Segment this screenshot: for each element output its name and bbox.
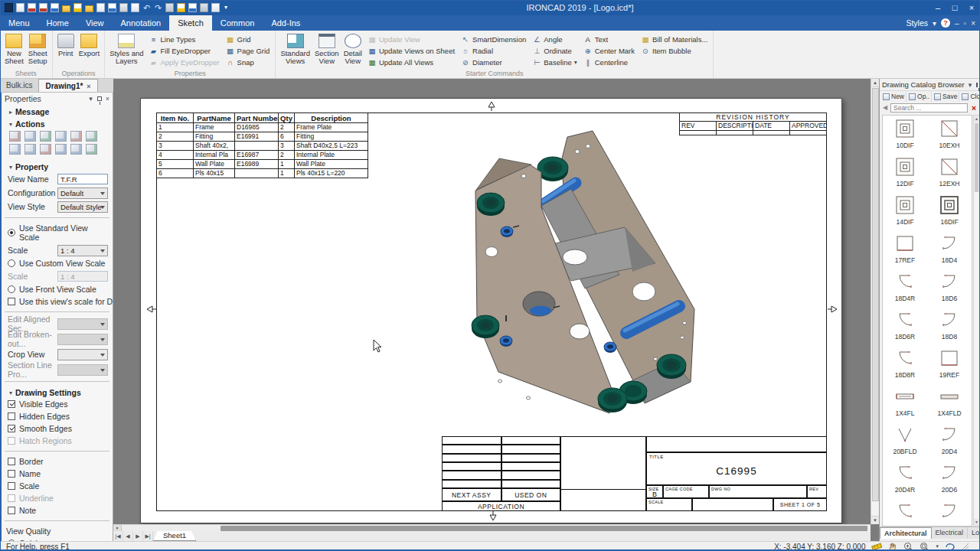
catalog-item-1X4FL[interactable]: 1X4FL <box>883 383 927 422</box>
panel-close-icon[interactable]: × <box>106 95 109 103</box>
close-catalog-button[interactable]: Clo.. <box>960 92 980 102</box>
styles-caret-icon[interactable]: ▾ <box>933 19 936 28</box>
catalog-item-1X4FLD[interactable]: 1X4FLD <box>927 383 972 422</box>
search-clear-icon[interactable]: × <box>969 103 978 112</box>
doc-restore-icon[interactable]: ▫ <box>964 19 967 28</box>
last-sheet-button[interactable]: ▶| <box>143 531 153 541</box>
catalog-item-14DIF[interactable]: 14DIF <box>883 192 927 230</box>
scale-checkbox[interactable] <box>8 482 15 490</box>
catalog-item-20D8[interactable]: 20D8 <box>927 498 972 527</box>
sheet-setup-button[interactable]: SheetSetup <box>26 31 50 65</box>
zoom-options-caret-icon[interactable]: ▾ <box>936 543 939 549</box>
catalog-item-18D6[interactable]: 18D6 <box>927 269 972 307</box>
standard-scale-select[interactable]: 1 : 4 <box>57 245 108 256</box>
open-catalog-button[interactable]: Op.. <box>907 92 932 102</box>
redo-icon[interactable]: ↷ <box>154 3 162 12</box>
view-action-icon-8[interactable] <box>24 144 36 155</box>
catalog-scroll-down-icon[interactable]: ▼ <box>974 519 979 526</box>
drawing-sheet[interactable]: Item No.PartNamePart NumberQtyDescriptio… <box>140 98 842 523</box>
undo-icon[interactable]: ↶ <box>142 3 151 12</box>
hidden-edges-checkbox[interactable] <box>8 412 15 420</box>
fill-eyedropper-button[interactable]: ▰Fill EyeDropper <box>149 45 220 57</box>
measure-icon[interactable] <box>200 3 208 12</box>
section-property[interactable]: ▾ Property <box>2 160 113 172</box>
center-mark-button[interactable]: ⊕Center Mark <box>583 45 635 57</box>
border-checkbox[interactable] <box>8 458 15 465</box>
view-action-icon-3[interactable] <box>40 131 51 142</box>
save-document-icon[interactable] <box>28 3 36 12</box>
view-action-icon-7[interactable] <box>9 144 21 155</box>
angle-button[interactable]: ∠Angle <box>532 34 577 45</box>
catalog-search-input[interactable]: Search ... <box>890 103 968 112</box>
detail-view-button[interactable]: DetailView <box>341 31 364 65</box>
pin-icon[interactable] <box>97 96 102 101</box>
centerline-button[interactable]: ∥Centerline <box>583 57 635 68</box>
save-all-icon[interactable] <box>39 3 47 12</box>
radial-button[interactable]: ○Radial <box>461 45 526 57</box>
catalog-pin-icon[interactable] <box>976 83 978 87</box>
doc-close-icon[interactable]: × <box>971 19 975 28</box>
catalog-item-20D6[interactable]: 20D6 <box>927 460 972 498</box>
view-action-icon-11[interactable] <box>70 144 82 155</box>
prev-sheet-button[interactable]: ◀ <box>123 531 133 541</box>
new-from-template-icon[interactable] <box>62 5 70 12</box>
open-folder-icon[interactable] <box>85 5 93 12</box>
maximize-icon[interactable]: □ <box>946 0 963 15</box>
catalog-item-18D8[interactable]: 18D8 <box>927 307 972 345</box>
scroll-down-icon[interactable]: ▼ <box>871 516 879 524</box>
catalog-item-20BFLD[interactable]: 20BFLD <box>883 422 927 460</box>
styles-menu[interactable]: Styles <box>906 18 928 28</box>
visible-edges-checkbox[interactable] <box>8 400 15 408</box>
view-action-icon-1[interactable] <box>9 131 21 142</box>
front-scale-radio[interactable] <box>8 285 15 293</box>
assembly-3d-view[interactable] <box>455 129 715 439</box>
catalog-item-12DIF[interactable]: 12DIF <box>883 154 927 192</box>
scroll-up-icon[interactable]: ▲ <box>871 79 879 87</box>
section-actions[interactable]: ▾ Actions <box>2 117 113 129</box>
smooth-edges-checkbox[interactable] <box>8 425 15 432</box>
view-action-icon-5[interactable] <box>70 131 82 142</box>
doc-minimize-icon[interactable]: – <box>955 19 959 28</box>
tab-home[interactable]: Home <box>38 15 77 31</box>
section-drawing-settings[interactable]: ▾ Drawing Settings <box>2 386 113 398</box>
smartdimension-button[interactable]: ↖SmartDimension <box>461 34 526 45</box>
copy-icon[interactable] <box>96 3 105 12</box>
tab-menu[interactable]: Menu <box>0 15 38 31</box>
catalog-scroll-thumb[interactable] <box>975 123 978 192</box>
catalog-item-20D6R[interactable]: 20D6R <box>883 498 927 527</box>
close-icon[interactable]: × <box>963 0 980 15</box>
export-document-icon[interactable] <box>74 3 82 12</box>
view-action-icon-10[interactable] <box>55 144 67 155</box>
vertical-scrollbar[interactable]: ▲ ▼ <box>871 79 879 524</box>
app-logo-icon[interactable] <box>5 3 13 12</box>
save-catalog-button[interactable]: Save <box>933 92 959 102</box>
catalog-tab-logic[interactable]: Logic <box>968 527 980 539</box>
standard-scale-radio[interactable] <box>8 229 15 236</box>
baseline-button[interactable]: ⊢Baseline▾ <box>532 57 577 68</box>
update-views-on-sheet-button[interactable]: ▦Update Views on Sheet <box>368 45 455 57</box>
custom-scale-radio[interactable] <box>8 259 15 267</box>
minimize-icon[interactable]: – <box>929 0 946 15</box>
catalog-item-16DIF[interactable]: 16DIF <box>927 192 972 230</box>
section-view-button[interactable]: SectionView <box>312 31 341 65</box>
tab-annotation[interactable]: Annotation <box>113 15 170 31</box>
command-list-icon[interactable] <box>211 3 220 12</box>
print-preview-icon[interactable] <box>131 3 139 12</box>
drawing-canvas[interactable]: Item No.PartNamePart NumberQtyDescriptio… <box>113 79 879 541</box>
catalog-tab-electrical[interactable]: Electrical <box>932 527 969 539</box>
snap-settings-icon[interactable] <box>165 3 174 12</box>
next-sheet-button[interactable]: ▶ <box>133 531 143 541</box>
panel-menu-caret-icon[interactable]: ▾ <box>89 95 93 103</box>
parts-table[interactable]: Item No.PartNamePart NumberQtyDescriptio… <box>156 112 368 178</box>
sheet-tab[interactable]: Sheet1 <box>153 531 196 541</box>
first-sheet-button[interactable]: |◀ <box>113 531 123 541</box>
new-document-icon[interactable] <box>16 3 24 12</box>
configuration-select[interactable]: Default <box>57 187 108 199</box>
open-document-icon[interactable] <box>51 3 59 12</box>
catalog-doc-icon[interactable] <box>188 3 197 12</box>
doc-tab-bulk-ics[interactable]: Bulk.ics <box>0 79 38 92</box>
catalog-scrollbar[interactable]: ▲ ▼ <box>973 115 980 527</box>
bill-of-materials-button[interactable]: ▦Bill of Materials... <box>641 34 707 45</box>
catalog-item-18D4[interactable]: 18D4 <box>927 230 972 269</box>
toolbar-options-icon[interactable]: ▾ <box>223 3 229 12</box>
